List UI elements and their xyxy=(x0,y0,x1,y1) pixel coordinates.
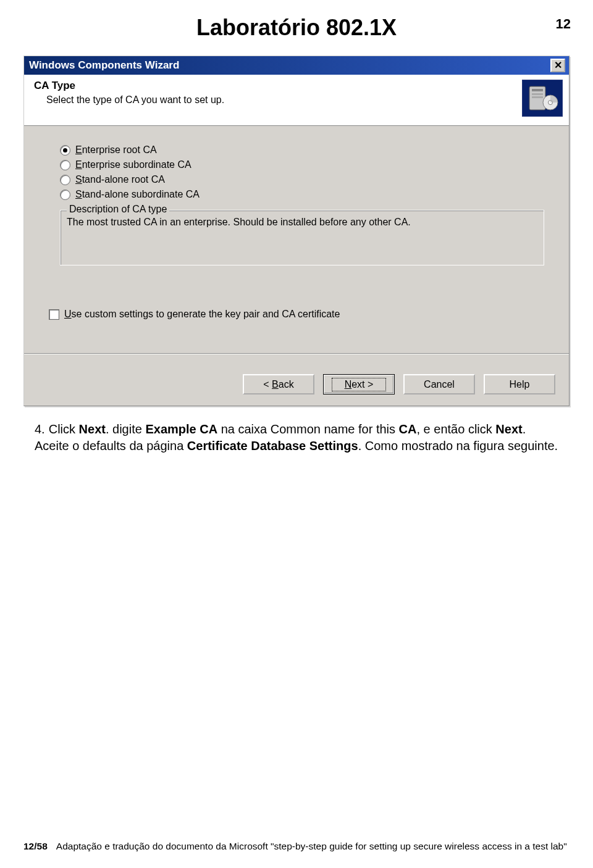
help-button[interactable]: Help xyxy=(484,374,555,394)
titlebar: Windows Components Wizard ✕ xyxy=(24,56,569,75)
cancel-button[interactable]: Cancel xyxy=(403,374,475,394)
back-button[interactable]: < Back xyxy=(243,374,314,394)
close-icon: ✕ xyxy=(554,61,562,70)
page-title: Laboratório 802.1X xyxy=(0,0,593,47)
page-footer: 12/58Adaptação e tradução do documento d… xyxy=(23,841,574,852)
button-label: Cancel xyxy=(424,379,455,390)
wizard-button-row: < Back Next > Cancel Help xyxy=(24,363,569,406)
custom-settings-checkbox[interactable]: Use custom settings to generate the key … xyxy=(49,309,544,320)
button-label: < Back xyxy=(263,379,293,390)
wizard-icon xyxy=(522,80,563,117)
wizard-header-text: CA Type Select the type of CA you want t… xyxy=(34,80,224,106)
next-button[interactable]: Next > xyxy=(323,374,395,394)
wizard-body: Enterprise root CA Enterprise subordinat… xyxy=(24,126,569,363)
radio-icon xyxy=(60,175,70,185)
radio-label: Stand-alone subordinate CA xyxy=(75,189,200,200)
radio-enterprise-root-ca[interactable]: Enterprise root CA xyxy=(60,144,544,156)
close-button[interactable]: ✕ xyxy=(550,59,565,72)
window-title: Windows Components Wizard xyxy=(29,59,179,72)
radio-icon xyxy=(60,160,70,170)
wizard-step-title: CA Type xyxy=(34,80,224,92)
description-groupbox: Description of CA type The most trusted … xyxy=(60,210,544,265)
wizard-dialog: Windows Components Wizard ✕ CA Type Sele… xyxy=(23,56,570,406)
divider xyxy=(24,353,569,354)
radio-icon xyxy=(60,145,70,156)
svg-rect-3 xyxy=(532,96,543,98)
groupbox-legend: Description of CA type xyxy=(67,204,169,215)
checkbox-icon xyxy=(49,309,59,320)
step-number: 4. xyxy=(35,422,45,436)
radio-label: Enterprise subordinate CA xyxy=(75,159,191,170)
button-label: Help xyxy=(510,379,530,390)
footer-text: Adaptação e tradução do documento da Mic… xyxy=(56,841,567,851)
wizard-header: CA Type Select the type of CA you want t… xyxy=(24,75,569,126)
button-label: Next > xyxy=(332,378,387,391)
instruction-paragraph: 4.Click Next. digite Example CA na caixa… xyxy=(35,421,558,454)
ca-type-description: The most trusted CA in an enterprise. Sh… xyxy=(67,217,537,228)
radio-icon xyxy=(60,190,70,200)
page-number: 12 xyxy=(556,16,571,32)
svg-rect-1 xyxy=(532,89,543,91)
radio-enterprise-subordinate-ca[interactable]: Enterprise subordinate CA xyxy=(60,159,544,170)
radio-standalone-root-ca[interactable]: Stand-alone root CA xyxy=(60,174,544,185)
radio-label: Stand-alone root CA xyxy=(75,174,165,185)
server-cd-icon xyxy=(526,83,559,114)
radio-label: Enterprise root CA xyxy=(75,144,157,156)
checkbox-label: Use custom settings to generate the key … xyxy=(64,309,340,320)
radio-standalone-subordinate-ca[interactable]: Stand-alone subordinate CA xyxy=(60,189,544,200)
wizard-step-subtitle: Select the type of CA you want to set up… xyxy=(34,94,224,106)
footer-page: 12/58 xyxy=(23,841,48,851)
svg-rect-2 xyxy=(532,93,543,95)
